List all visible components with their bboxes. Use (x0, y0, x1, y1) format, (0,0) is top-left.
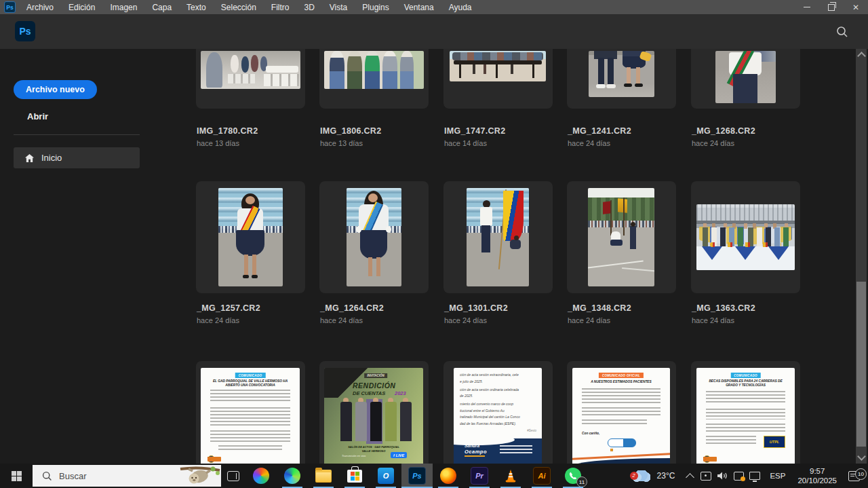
card-surface: COMUNICADO OFICIAL A NUESTROS ESTIMADOS … (567, 361, 676, 464)
photoshop-icon: Ps (408, 467, 426, 485)
notification-badge: 10 (855, 468, 867, 480)
search-button[interactable] (834, 24, 850, 40)
doc-badge: COMUNICADO (235, 373, 266, 378)
thumbnail-image (715, 51, 776, 103)
whatsapp-badge: 11 (576, 476, 587, 487)
sync-status-button[interactable] (730, 464, 747, 488)
poster-title: RENDICIÓN (353, 381, 395, 390)
thumbnail-image (467, 188, 529, 286)
file-age: hace 13 días (320, 139, 363, 147)
scroll-down-icon[interactable] (857, 452, 866, 461)
card-surface (443, 181, 553, 293)
doc-badge: COMUNICADO OFICIAL (599, 373, 644, 378)
card-surface (567, 181, 676, 293)
card-surface: INVITACIÓN RENDICIÓN DE CUENTAS 2023 SAL… (319, 361, 429, 464)
menu-3d[interactable]: 3D (296, 0, 321, 15)
photoshop-logo: Ps (15, 21, 35, 41)
scrollbar-thumb[interactable] (856, 282, 866, 447)
thumbnail-document: ción de acta sesión extraordinaria, cele… (454, 368, 542, 464)
taskbar-vlc[interactable] (495, 464, 526, 488)
doc-title: BECAS DISPONIBLES PARA 24 CARRERAS DE GR… (705, 379, 787, 388)
menu-vista[interactable]: Vista (322, 0, 355, 15)
scroll-up-icon[interactable] (857, 52, 866, 60)
menu-ventana[interactable]: Ventana (397, 0, 441, 15)
close-icon: ✕ (852, 3, 859, 12)
taskbar-copilot[interactable] (245, 464, 277, 488)
weather-button[interactable]: 2 (629, 464, 653, 488)
close-button[interactable]: ✕ (844, 0, 868, 14)
alert-dot (741, 476, 745, 481)
cast-button[interactable] (698, 464, 714, 488)
sidebar-item-inicio[interactable]: Inicio (14, 147, 140, 168)
file-age: hace 24 días (692, 139, 734, 147)
file-name: _MG_1241.CR2 (568, 126, 631, 136)
copilot-icon (253, 468, 269, 484)
taskbar-store[interactable] (339, 464, 370, 488)
menu-capa[interactable]: Capa (144, 0, 179, 15)
temperature-label[interactable]: 23°C (653, 471, 682, 481)
cast-icon (701, 472, 711, 481)
signature-first: Sandra (465, 443, 479, 448)
new-file-button[interactable]: Archivo nuevo (14, 80, 97, 99)
menu-imagen[interactable]: Imagen (102, 0, 144, 15)
file-age: hace 13 días (197, 139, 239, 147)
clinic-logo (608, 438, 636, 447)
clock[interactable]: 9:57 20/10/2025 (792, 466, 842, 486)
microsoft-store-icon (347, 470, 362, 483)
taskbar-premiere[interactable]: Pr (464, 464, 495, 488)
menu-edicion[interactable]: Edición (61, 0, 102, 15)
vlc-icon (503, 468, 518, 483)
taskbar-whatsapp[interactable]: 11 (557, 464, 589, 488)
live-badge: f LIVE (391, 452, 407, 458)
menu-plugins[interactable]: Plugins (355, 0, 396, 15)
doc-closing: Con cariño, (582, 432, 599, 435)
taskbar-photoshop[interactable]: Ps (401, 464, 433, 488)
task-view-button[interactable] (221, 464, 245, 488)
menu-filtro[interactable]: Filtro (264, 0, 297, 15)
search-icon (835, 25, 849, 39)
facebook-icon: f (393, 453, 395, 457)
taskbar-firefox[interactable] (433, 464, 464, 488)
restore-button[interactable] (819, 0, 844, 14)
file-name: _MG_1301.CR2 (444, 303, 508, 313)
taskbar-outlook[interactable]: O (370, 464, 401, 488)
start-button[interactable] (0, 464, 33, 488)
chevron-up-icon (686, 473, 694, 482)
taskbar-file-explorer[interactable] (308, 464, 339, 488)
menu-seleccion[interactable]: Selección (214, 0, 264, 15)
search-icon (42, 471, 52, 481)
thumbnail-image (324, 51, 424, 89)
edge-icon (284, 468, 300, 484)
vertical-scrollbar[interactable] (856, 49, 867, 464)
keyboard-language[interactable]: ESP (763, 472, 792, 480)
signature-last: Ocampo (465, 449, 487, 455)
file-name: _MG_1264.CR2 (320, 303, 384, 313)
time-label: 9:57 (797, 466, 837, 476)
sync-icon (734, 472, 744, 481)
minimize-button[interactable] (795, 0, 819, 14)
card-surface: COMUNICADO EL GAD PARROQUIAL DE VALLE HE… (196, 361, 305, 464)
thumbnail-document: COMUNICADO OFICIAL A NUESTROS ESTIMADOS … (572, 368, 670, 464)
file-age: hace 24 días (692, 316, 734, 324)
menu-texto[interactable]: Texto (179, 0, 214, 15)
taskbar-edge[interactable] (277, 464, 308, 488)
taskbar-apps: O Ps Pr Ai 11 (245, 464, 589, 488)
taskbar-illustrator[interactable]: Ai (526, 464, 557, 488)
doc-footer-logos (208, 455, 293, 463)
speaker-icon (717, 471, 728, 481)
restore-icon (828, 4, 835, 11)
windows-taskbar: Buscar O Ps Pr Ai (0, 464, 868, 488)
network-button[interactable] (747, 464, 763, 488)
minimize-icon (804, 7, 810, 8)
home-header: Ps (0, 15, 868, 49)
menu-archivo[interactable]: Archivo (19, 0, 61, 15)
tray-expand-button[interactable] (682, 464, 698, 488)
system-tray: 2 23°C ESP 9:57 20/10/2025 10 (629, 464, 868, 488)
file-name: _MG_1363.CR2 (692, 303, 755, 313)
volume-button[interactable] (714, 464, 730, 488)
taskbar-search-box[interactable]: Buscar (33, 465, 221, 487)
notification-center-button[interactable]: 10 (842, 471, 865, 481)
open-button[interactable]: Abrir (27, 111, 48, 121)
menu-ayuda[interactable]: Ayuda (441, 0, 479, 15)
doc-hashtag: #Sesio (527, 429, 536, 432)
